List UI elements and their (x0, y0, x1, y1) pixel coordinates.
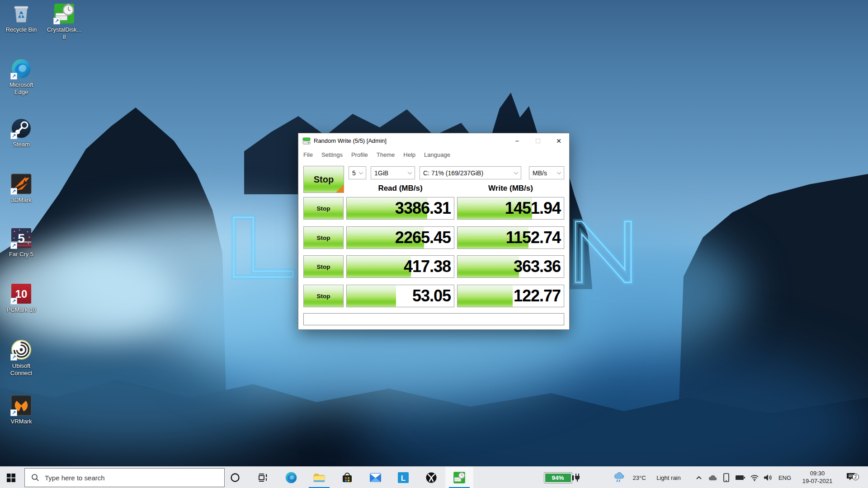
volume-icon[interactable] (761, 467, 775, 488)
menu-file[interactable]: File (303, 151, 313, 158)
edge-icon: ↗ (10, 58, 32, 80)
menu-language[interactable]: Language (424, 151, 450, 158)
desktop-icon-3dmark[interactable]: ↗ 3DMark (2, 173, 41, 204)
weather-temperature[interactable]: 23°C (628, 467, 650, 488)
read-value-row3: 417.38 (404, 257, 451, 276)
icon-label: VRMark (11, 418, 32, 425)
desktop-icon-farcry5[interactable]: 5 ↗ Far Cry 5 (2, 227, 41, 258)
crystaldiskmark-window: Random Write (5/5) [Admin] − × File Sett… (298, 133, 570, 330)
write-column-header: Write (MB/s) (457, 183, 564, 194)
read-bar-row3 (347, 256, 411, 277)
icon-label: CrystalDisk... (47, 26, 82, 33)
write-bar-row4 (458, 285, 513, 307)
taskbar-crystaldiskmark-button[interactable] (445, 467, 473, 488)
your-phone-icon[interactable] (720, 467, 732, 488)
desktop-icon-edge[interactable]: ↗ Microsoft Edge (2, 58, 41, 96)
test-count-select[interactable]: 5 (349, 166, 366, 179)
recycle-bin-icon (10, 3, 32, 24)
taskbar-mail-button[interactable] (361, 467, 389, 488)
desktop-icon-vrmark[interactable]: ↗ VRMark (2, 394, 41, 425)
stop-row1-button[interactable]: Stop (303, 197, 344, 220)
target-drive-select[interactable]: C: 71% (169/237GiB) (420, 166, 521, 179)
menu-profile[interactable]: Profile (351, 151, 368, 158)
taskbar: L 94% (0, 466, 868, 488)
crystaldiskmark-app-icon (302, 137, 311, 145)
start-button[interactable] (0, 467, 22, 488)
stop-row3-button[interactable]: Stop (303, 255, 344, 278)
icon-label: Far Cry 5 (9, 251, 33, 258)
desktop-icon-ubisoft-connect[interactable]: ↗ Ubisoft Connect (2, 339, 41, 377)
xbox-icon (425, 472, 437, 483)
tray-overflow-chevron[interactable] (693, 467, 705, 488)
taskbar-edge-button[interactable] (277, 467, 305, 488)
onedrive-icon[interactable] (706, 467, 719, 488)
battery-meter[interactable]: 94% (542, 467, 574, 488)
write-result-row3: 363.36 (457, 255, 564, 278)
vrmark-icon: ↗ (10, 394, 32, 416)
clock-time: 09:30 (810, 470, 825, 478)
taskbar-store-button[interactable] (333, 467, 361, 488)
test-size-select[interactable]: 1GiB (371, 166, 415, 179)
write-value-row2: 1152.74 (506, 228, 561, 247)
desktop-icon-pcmark10[interactable]: 10 ↗ PCMark 10 (2, 283, 41, 314)
write-value-row1: 1451.94 (505, 199, 561, 218)
chevron-down-icon (359, 170, 363, 174)
stop-all-button[interactable]: Stop (303, 166, 344, 193)
menu-theme[interactable]: Theme (377, 151, 395, 158)
shortcut-arrow-icon: ↗ (10, 298, 17, 305)
icon-label: Recycle Bin (6, 26, 37, 33)
wifi-icon[interactable] (748, 467, 761, 488)
icon-label: Microsoft (9, 81, 33, 88)
taskbar-search[interactable] (24, 468, 225, 487)
steam-icon: ↗ (10, 117, 32, 139)
battery-percent-pill: 94% (544, 473, 572, 483)
shortcut-arrow-icon: ↗ (10, 132, 17, 139)
icon-label-line2: Connect (10, 370, 32, 376)
write-value-row4: 122.77 (514, 286, 561, 305)
window-titlebar[interactable]: Random Write (5/5) [Admin] − × (298, 133, 569, 148)
cortana-icon (230, 473, 240, 483)
lenovo-vantage-icon: L (397, 472, 409, 483)
stop-all-label: Stop (314, 174, 334, 185)
maximize-button (528, 133, 548, 148)
menu-help[interactable]: Help (403, 151, 415, 158)
icon-label: Steam (13, 141, 30, 148)
read-value-row4: 53.05 (412, 286, 451, 305)
desktop-icon-recycle-bin[interactable]: Recycle Bin (2, 3, 41, 33)
read-column-header: Read (MB/s) (346, 183, 454, 194)
crystaldiskmark-icon: ↗ (53, 3, 75, 24)
desktop-icon-crystaldiskmark[interactable]: ↗ CrystalDisk... 8 (45, 3, 84, 41)
file-explorer-icon (313, 472, 326, 483)
weather-condition[interactable]: Light rain (651, 467, 686, 488)
write-bar-row3 (458, 256, 519, 277)
search-input[interactable] (45, 474, 194, 482)
taskbar-xbox-button[interactable] (417, 467, 445, 488)
task-view-button[interactable] (249, 467, 277, 488)
menu-settings[interactable]: Settings (321, 151, 343, 158)
3dmark-icon: ↗ (10, 173, 32, 195)
stop-row2-button[interactable]: Stop (303, 226, 344, 249)
weather-icon[interactable] (611, 467, 627, 488)
taskbar-file-explorer-button[interactable] (305, 467, 333, 488)
edge-icon (285, 471, 297, 484)
taskbar-lenovo-vantage-button[interactable]: L (389, 467, 417, 488)
language-indicator[interactable]: ENG (776, 467, 794, 488)
clock[interactable]: 09:30 19-07-2021 (797, 467, 838, 488)
task-view-icon (258, 473, 269, 483)
unit-select[interactable]: MB/s (529, 166, 564, 179)
stop-row4-button[interactable]: Stop (303, 285, 344, 307)
read-bar-row4 (347, 285, 396, 307)
tray-battery-icon[interactable] (733, 467, 747, 488)
cortana-button[interactable] (221, 467, 249, 488)
power-plug-icon (572, 467, 582, 488)
search-icon (31, 474, 39, 482)
notification-count-badge: 2 (852, 474, 859, 480)
desktop-icon-steam[interactable]: ↗ Steam (2, 117, 41, 148)
ubisoft-connect-icon: ↗ (10, 339, 32, 361)
pcmark10-icon: 10 ↗ (10, 283, 32, 305)
minimize-button[interactable]: − (507, 133, 528, 148)
close-button[interactable]: × (548, 133, 569, 148)
action-center-button[interactable]: 2 (842, 467, 860, 488)
write-result-row4: 122.77 (457, 285, 564, 307)
battery-percent-label: 94% (552, 474, 564, 481)
